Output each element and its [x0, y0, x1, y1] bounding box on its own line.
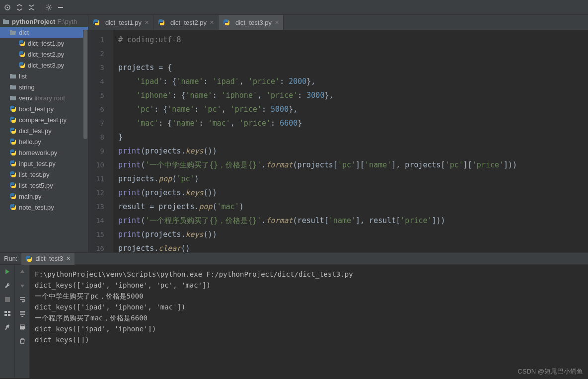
project-path: F:\pyth [57, 18, 77, 25]
run-panel: Run: dict_test3 ✕ F:\pythonProject\venv\… [0, 252, 588, 378]
trash-icon[interactable] [18, 337, 26, 345]
tree-folder[interactable]: dict [0, 27, 88, 38]
python-icon [9, 192, 17, 200]
pin-icon[interactable] [3, 323, 11, 331]
folder-icon [2, 17, 10, 25]
project-panel: pythonProject F:\pyth dictdict_test1.pyd… [0, 15, 88, 252]
tree-file[interactable]: homework.py [0, 147, 88, 158]
line-gutter: 12345678910111213141516 [88, 30, 113, 252]
python-icon [18, 50, 26, 58]
folder-icon [9, 28, 17, 36]
svg-rect-8 [8, 314, 10, 316]
tree-hint: library root [34, 94, 65, 102]
layout-icon[interactable] [3, 309, 11, 317]
folder-icon [9, 72, 17, 80]
close-icon[interactable]: ✕ [145, 19, 149, 26]
select-opened-file-icon[interactable] [2, 2, 13, 13]
close-icon[interactable]: ✕ [66, 255, 71, 262]
python-icon [18, 39, 26, 47]
tree-label: note_test.py [19, 204, 54, 211]
tree-label: string [19, 83, 35, 91]
tree-label: list_test.py [19, 171, 49, 178]
tree-label: main.py [19, 193, 42, 200]
tree-label: bool_test.py [19, 105, 54, 113]
close-icon[interactable]: ✕ [210, 19, 214, 26]
tree-label: dict_test.py [19, 127, 52, 135]
top-toolbar [0, 0, 588, 15]
run-tab[interactable]: dict_test3 ✕ [21, 253, 74, 265]
close-icon[interactable]: ✕ [275, 19, 279, 26]
tree-label: dict_test2.py [28, 51, 64, 58]
tree-file[interactable]: dict_test.py [0, 125, 88, 136]
python-icon [9, 181, 17, 189]
tree-file[interactable]: list_test5.py [0, 180, 88, 191]
tab-label: dict_test1.py [105, 19, 142, 26]
settings-icon[interactable] [43, 2, 54, 13]
tree-label: dict_test1.py [28, 40, 64, 47]
svg-rect-5 [4, 311, 7, 313]
code-area[interactable]: 12345678910111213141516 # coding:utf-8 p… [88, 30, 588, 252]
python-icon [9, 138, 17, 146]
print-icon[interactable] [18, 323, 26, 331]
tree-folder[interactable]: list [0, 71, 88, 81]
svg-point-1 [7, 6, 8, 8]
tree-file[interactable]: compare_test.py [0, 114, 88, 125]
python-icon [18, 61, 26, 69]
soft-wrap-icon[interactable] [18, 296, 26, 303]
run-header: Run: dict_test3 ✕ [0, 253, 588, 265]
editor-area: dict_test1.py✕dict_test2.py✕dict_test3.p… [88, 15, 588, 252]
tree-folder[interactable]: venvlibrary root [0, 92, 88, 103]
svg-rect-9 [20, 325, 24, 326]
scroll-to-end-icon[interactable] [18, 309, 26, 317]
svg-rect-7 [4, 314, 7, 316]
tree-file[interactable]: dict_test3.py [0, 60, 88, 71]
tree-file[interactable]: dict_test1.py [0, 38, 88, 49]
python-icon [9, 170, 17, 178]
svg-rect-11 [21, 328, 24, 330]
collapse-all-icon[interactable] [26, 2, 37, 13]
project-scrollbar[interactable] [83, 30, 88, 189]
stop-icon[interactable] [3, 296, 11, 303]
python-icon [9, 116, 17, 124]
python-icon [222, 18, 230, 26]
down-icon[interactable] [18, 282, 26, 290]
hide-icon[interactable] [55, 2, 66, 13]
tree-file[interactable]: note_test.py [0, 202, 88, 213]
tree-label: dict [19, 29, 29, 36]
editor-tabs: dict_test1.py✕dict_test2.py✕dict_test3.p… [88, 15, 588, 30]
tree-folder[interactable]: string [0, 81, 88, 92]
tree-label: hello.py [19, 138, 41, 146]
editor-tab[interactable]: dict_test3.py✕ [219, 15, 284, 30]
editor-tab[interactable]: dict_test1.py✕ [88, 15, 153, 30]
rerun-icon[interactable] [3, 268, 11, 276]
tree-file[interactable]: main.py [0, 191, 88, 202]
run-output[interactable]: F:\pythonProject\venv\Scripts\python.exe… [30, 265, 588, 378]
run-tab-name: dict_test3 [35, 255, 63, 262]
tab-label: dict_test3.py [235, 19, 272, 26]
code-content[interactable]: # coding:utf-8 projects = { 'ipad': {'na… [113, 30, 588, 252]
project-root[interactable]: pythonProject F:\pyth [0, 16, 88, 27]
svg-rect-6 [8, 311, 10, 313]
watermark: CSDN @短尾巴小鳄鱼 [517, 367, 583, 376]
folder-icon [9, 83, 17, 91]
tree-label: dict_test3.py [28, 62, 64, 69]
tree-label: input_test.py [19, 160, 56, 167]
python-icon [9, 203, 17, 211]
tree-file[interactable]: dict_test2.py [0, 49, 88, 60]
folder-icon [9, 94, 17, 102]
tree-file[interactable]: list_test.py [0, 169, 88, 180]
tree-file[interactable]: hello.py [0, 136, 88, 147]
up-icon[interactable] [18, 268, 26, 276]
run-toolbar-outer [0, 265, 15, 378]
tree-file[interactable]: bool_test.py [0, 103, 88, 114]
tab-label: dict_test2.py [170, 19, 207, 26]
expand-all-icon[interactable] [14, 2, 25, 13]
tree-label: homework.py [19, 149, 57, 156]
wrench-icon[interactable] [3, 282, 11, 290]
editor-tab[interactable]: dict_test2.py✕ [153, 15, 219, 30]
run-label: Run: [4, 255, 17, 262]
tree-file[interactable]: input_test.py [0, 158, 88, 169]
python-icon [9, 149, 17, 156]
python-icon [157, 18, 165, 26]
tree-label: compare_test.py [19, 116, 67, 124]
